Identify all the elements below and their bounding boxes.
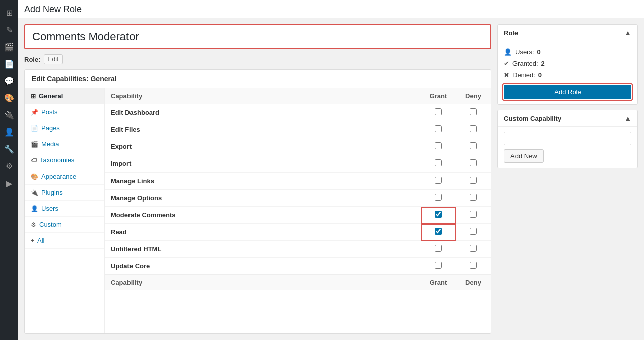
nav-item-taxonomies[interactable]: 🏷 Taxonomies	[25, 152, 104, 168]
deny-cell	[456, 241, 491, 258]
deny-checkbox[interactable]	[470, 177, 477, 184]
deny-checkbox[interactable]	[470, 108, 477, 115]
cap-name-cell: Read	[105, 224, 421, 241]
cap-name-cell: Edit Dashboard	[105, 104, 421, 121]
grant-cell	[421, 104, 456, 121]
deny-checkbox[interactable]	[470, 125, 477, 132]
cap-name-cell: Manage Options	[105, 190, 421, 207]
grant-cell	[421, 241, 456, 258]
nav-item-posts[interactable]: 📌 Posts	[25, 104, 104, 120]
nav-item-general[interactable]: ⊞ General	[25, 88, 104, 104]
grant-checkbox[interactable]	[435, 159, 442, 166]
nav-item-custom[interactable]: ⚙ Custom	[25, 217, 104, 233]
cap-name-cell: Import	[105, 155, 421, 173]
deny-checkbox[interactable]	[470, 262, 477, 269]
plugins-icon[interactable]: 🔌	[0, 106, 18, 123]
nav-item-all[interactable]: + All	[25, 233, 104, 249]
deny-checkbox[interactable]	[470, 159, 477, 166]
table-row: Moderate Comments	[105, 207, 491, 224]
media-icon[interactable]: 🎬	[0, 38, 18, 55]
deny-checkbox[interactable]	[470, 245, 477, 252]
deny-cell	[456, 104, 491, 121]
footer-col-capability: Capability	[105, 275, 421, 291]
add-new-capability-button[interactable]: Add New	[504, 149, 544, 163]
table-row: Edit Dashboard	[105, 104, 491, 121]
settings-icon[interactable]: ⚙	[0, 157, 18, 175]
custom-cap-widget-title: Custom Capability	[504, 115, 561, 122]
nav-label-users: Users	[41, 205, 58, 212]
deny-checkbox[interactable]	[470, 211, 477, 218]
grant-cell	[421, 121, 456, 138]
main-wrapper: Add New Role Comments Moderator Role: Ed…	[18, 0, 644, 340]
capabilities-container: Edit Capabilities: General ⊞ General 📌 P…	[24, 69, 491, 334]
grant-checkbox[interactable]	[435, 125, 442, 132]
nav-label-plugins: Plugins	[41, 189, 63, 196]
custom-cap-widget-collapse[interactable]: ▲	[624, 114, 631, 122]
table-row: Read	[105, 224, 491, 241]
deny-checkbox[interactable]	[470, 142, 477, 149]
deny-cell	[456, 173, 491, 190]
grant-checkbox[interactable]	[435, 177, 442, 184]
denied-stat: ✖ Denied: 0	[504, 69, 631, 81]
grant-cell	[421, 138, 456, 155]
user-stat-icon: 👤	[504, 48, 512, 56]
appearance-icon[interactable]: 🎨	[0, 89, 18, 106]
page-icon: 📄	[31, 125, 38, 132]
posts-icon[interactable]: ✎	[0, 21, 18, 38]
users-stat: 👤 Users: 0	[504, 46, 631, 58]
deny-checkbox[interactable]	[470, 228, 477, 235]
custom-cap-widget-header: Custom Capability ▲	[498, 110, 637, 127]
nav-item-appearance[interactable]: 🎨 Appearance	[25, 168, 104, 185]
role-label: Role:	[24, 56, 41, 63]
nav-item-plugins[interactable]: 🔌 Plugins	[25, 185, 104, 201]
plugin-icon: 🔌	[31, 189, 38, 196]
grant-checkbox[interactable]	[435, 211, 442, 218]
role-name-input[interactable]: Comments Moderator	[24, 24, 491, 49]
grant-checkbox[interactable]	[435, 142, 442, 149]
cap-name-cell: Manage Links	[105, 173, 421, 190]
activity-icon[interactable]: ▶	[0, 175, 18, 192]
grant-checkbox[interactable]	[435, 194, 442, 201]
grant-cell	[421, 258, 456, 275]
nav-label-appearance: Appearance	[41, 173, 76, 180]
col-grant: Grant	[421, 88, 456, 104]
nav-label-media: Media	[41, 140, 59, 148]
grant-checkbox[interactable]	[435, 262, 442, 269]
table-row: Manage Links	[105, 173, 491, 190]
wp-admin-sidebar: ⊞ ✎ 🎬 📄 💬 🎨 🔌 👤 🔧 ⚙ ▶	[0, 0, 18, 340]
grant-checkbox[interactable]	[435, 245, 442, 252]
grant-checkbox[interactable]	[435, 108, 442, 115]
users-icon[interactable]: 👤	[0, 123, 18, 140]
media-icon-nav: 🎬	[31, 141, 38, 148]
deny-checkbox[interactable]	[470, 194, 477, 201]
main-panel: Comments Moderator Role: Edit Edit Capab…	[24, 24, 491, 334]
deny-cell	[456, 224, 491, 241]
nav-item-users[interactable]: 👤 Users	[25, 201, 104, 217]
tools-icon[interactable]: 🔧	[0, 140, 18, 157]
edit-role-button[interactable]: Edit	[44, 54, 63, 64]
pin-icon: 📌	[31, 109, 38, 116]
role-widget-collapse[interactable]: ▲	[624, 29, 631, 37]
dashboard-icon[interactable]: ⊞	[0, 4, 18, 21]
pages-icon[interactable]: 📄	[0, 55, 18, 72]
nav-item-pages[interactable]: 📄 Pages	[25, 120, 104, 136]
deny-cell	[456, 258, 491, 275]
denied-count: 0	[538, 71, 542, 79]
nav-item-media[interactable]: 🎬 Media	[25, 136, 104, 152]
table-row: Update Core	[105, 258, 491, 275]
deny-cell	[456, 207, 491, 224]
add-role-button[interactable]: Add Role	[504, 85, 631, 99]
granted-stat: ✔ Granted: 2	[504, 58, 631, 69]
custom-cap-widget-body: Add New	[498, 127, 637, 168]
deny-cell	[456, 155, 491, 173]
cap-name-cell: Unfiltered HTML	[105, 241, 421, 258]
nav-label-all: All	[37, 237, 44, 244]
custom-capability-input[interactable]	[504, 132, 631, 145]
role-widget-title: Role	[504, 29, 518, 37]
plus-icon: +	[31, 237, 34, 244]
comments-icon[interactable]: 💬	[0, 72, 18, 89]
grant-cell	[421, 173, 456, 190]
grant-checkbox[interactable]	[435, 228, 442, 235]
nav-label-taxonomies: Taxonomies	[40, 156, 74, 164]
nav-label-general: General	[39, 92, 63, 100]
